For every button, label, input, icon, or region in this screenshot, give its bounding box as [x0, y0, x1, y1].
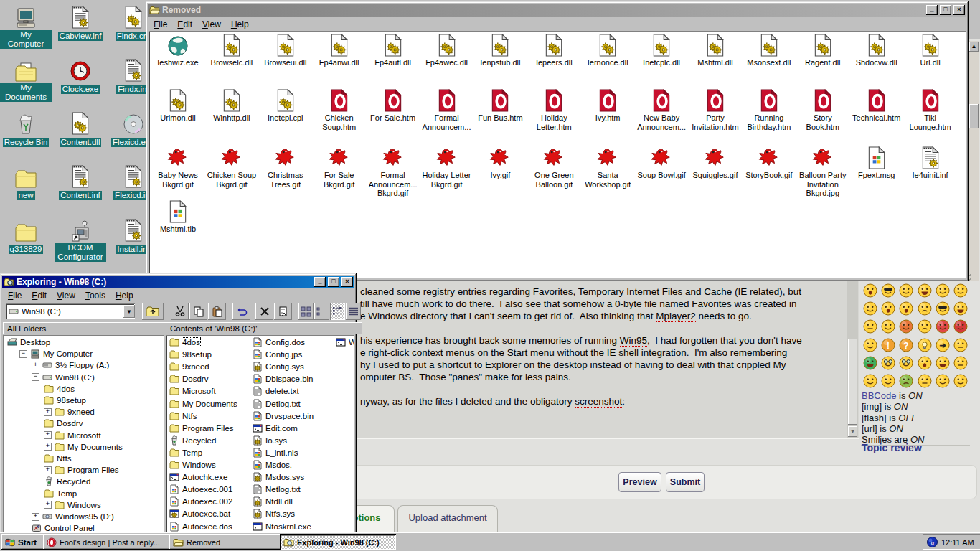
- tree-item-98setup[interactable]: 98setup: [44, 395, 86, 405]
- smiley-grit[interactable]: [863, 319, 877, 334]
- start-button[interactable]: Start: [1, 534, 47, 550]
- desktop-icon-my-documents[interactable]: My Documents: [0, 57, 52, 103]
- list-item-config-dos[interactable]: Config.dos: [253, 337, 305, 347]
- file-icon-fp4autl-dll[interactable]: Fp4autl.dll: [367, 33, 420, 67]
- list-item-program-files[interactable]: Program Files: [169, 423, 234, 433]
- small-icons-view-button[interactable]: [314, 303, 329, 320]
- smiley-arrow[interactable]: ➔: [936, 338, 950, 352]
- desktop-icon-my-computer[interactable]: My Computer: [0, 4, 52, 50]
- smiley-geek[interactable]: [881, 356, 895, 370]
- smiley-cool[interactable]: [936, 301, 950, 316]
- file-icon-holiday-letter-htm[interactable]: Holiday Letter.htm: [527, 88, 580, 131]
- smiley-flush[interactable]: [899, 319, 913, 334]
- list-item-my-documents[interactable]: My Documents: [169, 399, 237, 409]
- desktop-icon-new[interactable]: new: [0, 164, 52, 201]
- list-item-config-jps[interactable]: Config.jps: [253, 349, 302, 359]
- list-item-98setup[interactable]: 98setup: [169, 349, 212, 359]
- list-item-4dos[interactable]: 4dos: [169, 337, 200, 347]
- properties-button[interactable]: [274, 303, 292, 320]
- smiley-twisted[interactable]: [953, 319, 968, 334]
- desktop-icon-content-dll[interactable]: Content.dll: [55, 110, 106, 148]
- file-icon-iernonce-dll[interactable]: Iernonce.dll: [581, 33, 634, 67]
- desktop-icon-clock-exe[interactable]: Clock.exe: [55, 57, 106, 95]
- close-button[interactable]: ×: [953, 5, 965, 15]
- maximize-button[interactable]: □: [328, 277, 339, 287]
- paste-button[interactable]: [208, 303, 226, 320]
- file-icon-inetcpl-cpl[interactable]: Inetcpl.cpl: [259, 88, 312, 123]
- list-item-autoexec-dos[interactable]: Autoexec.dos: [169, 522, 232, 532]
- list-item-dblspace-bin[interactable]: Dblspace.bin: [253, 374, 313, 384]
- smiley-prof[interactable]: [899, 356, 913, 370]
- file-icon-tiki-lounge-htm[interactable]: Tiki Lounge.htm: [904, 88, 957, 131]
- smiley-yawn[interactable]: [863, 283, 877, 298]
- tree-item-dosdrv[interactable]: Dosdrv: [44, 418, 83, 428]
- file-icon-ie4uinit-inf[interactable]: Ie4uinit.inf: [904, 146, 957, 180]
- smiley-smug[interactable]: [953, 356, 968, 370]
- file-icon-ragent-dll[interactable]: Ragent.dll: [796, 33, 849, 67]
- file-icon-squiggles-gif[interactable]: Squiggles.gif: [689, 146, 742, 180]
- list-item-autochk-exe[interactable]: Autochk.exe: [169, 472, 227, 482]
- file-icon-inetcplc-dll[interactable]: Inetcplc.dll: [635, 33, 688, 67]
- removed-menu-file[interactable]: File: [149, 19, 172, 30]
- file-icon-soup-bowl-gif[interactable]: Soup Bowl.gif: [635, 146, 688, 180]
- smiley-eek[interactable]: [899, 301, 913, 316]
- file-icon-fp4awec-dll[interactable]: Fp4awec.dll: [420, 33, 473, 67]
- list-item-autoexec-001[interactable]: Autoexec.001: [169, 484, 232, 494]
- up-one-level-button[interactable]: [142, 303, 164, 320]
- explorer-menu-file[interactable]: File: [3, 290, 27, 301]
- explorer-menu-edit[interactable]: Edit: [27, 290, 52, 301]
- tree-item-windows95-d[interactable]: +Windows95 (D:): [32, 512, 114, 522]
- taskbar-button-exploring-win98-c[interactable]: Exploring - Win98 (C:): [280, 534, 396, 550]
- smiley-laugh[interactable]: [953, 301, 968, 316]
- expand-box[interactable]: +: [44, 466, 52, 474]
- file-icon-ieshwiz-exe[interactable]: Ieshwiz.exe: [151, 33, 204, 67]
- taskbar-button-fool-s-design-post-a-reply[interactable]: Fool's design | Post a reply...: [43, 534, 174, 550]
- file-icon-story-book-htm[interactable]: Story Book.htm: [796, 88, 849, 131]
- file-icon-shdocvw-dll[interactable]: Shdocvw.dll: [850, 33, 903, 67]
- smiley-rolleyes[interactable]: [863, 338, 877, 352]
- list-item-msdos[interactable]: Msdos.---: [253, 460, 301, 470]
- smiley-sleep[interactable]: [899, 283, 913, 298]
- removed-titlebar[interactable]: Removed _ □ ×: [148, 4, 966, 17]
- combo-dropdown-button[interactable]: ▼: [123, 305, 135, 318]
- file-icon-ienpstub-dll[interactable]: Ienpstub.dll: [473, 33, 527, 67]
- list-item-autoexec-002[interactable]: Autoexec.002: [169, 496, 232, 507]
- file-icon-christmas-trees-gif[interactable]: Christmas Trees.gif: [259, 146, 312, 189]
- tree-item-4dos[interactable]: 4dos: [44, 384, 75, 394]
- tree-item-3-floppy-a[interactable]: +3½ Floppy (A:): [32, 360, 109, 370]
- smiley-wave[interactable]: [863, 374, 877, 388]
- large-icons-view-button[interactable]: [298, 303, 314, 320]
- file-icon-running-birthday-htm[interactable]: Running Birthday.htm: [743, 88, 796, 131]
- list-item-w98[interactable]: W98: [336, 337, 354, 347]
- scroll-thumb[interactable]: [969, 104, 979, 128]
- list-item-l-intl-nls[interactable]: L_intl.nls: [253, 448, 298, 458]
- file-icon-iepeers-dll[interactable]: Iepeers.dll: [527, 33, 580, 67]
- file-icon-one-green-balloon-gif[interactable]: One Green Balloon.gif: [527, 146, 580, 189]
- removed-menu-view[interactable]: View: [197, 19, 226, 30]
- desktop-icon-dcom-configurator[interactable]: DCOM Configurator: [55, 217, 106, 263]
- list-item-recycled[interactable]: Recycled: [169, 435, 216, 446]
- file-icon-new-baby-announcem[interactable]: New Baby Announcem...: [635, 88, 688, 131]
- smiley-surprised[interactable]: [918, 356, 932, 370]
- list-item-netlog-txt[interactable]: Netlog.txt: [253, 484, 301, 494]
- list-item-ntfs[interactable]: Ntfs: [169, 411, 197, 421]
- submit-button[interactable]: Submit: [666, 472, 705, 492]
- bbcode-link[interactable]: BBCode: [862, 390, 896, 401]
- list-item-temp[interactable]: Temp: [169, 448, 202, 458]
- removed-menu-help[interactable]: Help: [226, 19, 254, 30]
- smiley-cool-half[interactable]: [881, 283, 895, 298]
- delete-button[interactable]: [255, 303, 273, 320]
- file-icon-technical-htm[interactable]: Technical.htm: [850, 88, 903, 123]
- browser-scrollbar[interactable]: ▲: [969, 41, 979, 281]
- smiley-grin[interactable]: [918, 283, 932, 298]
- list-item-dosdrv[interactable]: Dosdrv: [169, 374, 208, 384]
- tree-item-9xneed[interactable]: +9xneed: [44, 407, 95, 417]
- file-icon-mshtml-dll[interactable]: Mshtml.dll: [689, 33, 742, 67]
- file-icon-storybook-gif[interactable]: StoryBook.gif: [743, 146, 796, 180]
- smiley-smile[interactable]: [936, 283, 950, 298]
- list-item-9xneed[interactable]: 9xneed: [169, 362, 209, 372]
- taskbar-button-removed[interactable]: Removed: [169, 534, 284, 550]
- smiley-evil[interactable]: [936, 319, 950, 334]
- tree-item-microsoft[interactable]: +Microsoft: [44, 430, 101, 441]
- file-icon-browseui-dll[interactable]: Browseui.dll: [259, 33, 312, 67]
